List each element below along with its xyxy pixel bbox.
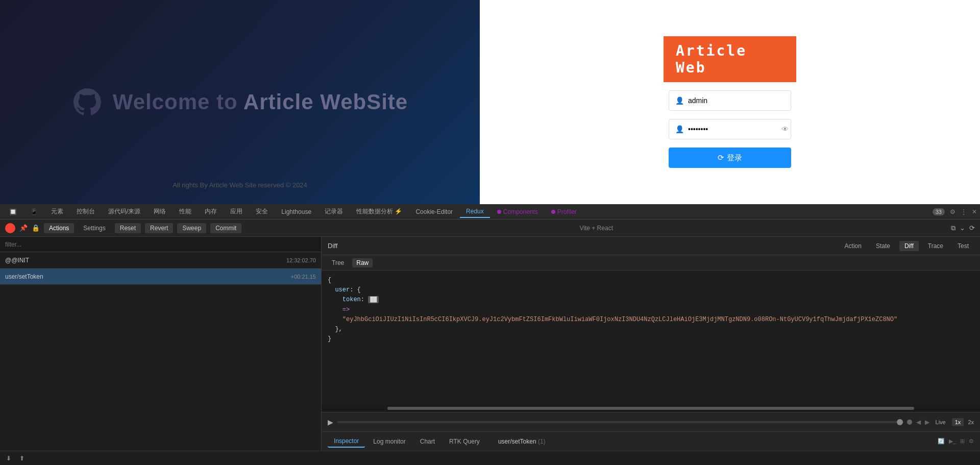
diff-trace-tab[interactable]: Trace (923, 241, 948, 251)
commit-button[interactable]: Commit (210, 223, 241, 233)
login-button[interactable]: ⟳ 登录 (669, 148, 791, 168)
timeline-track[interactable] (337, 421, 903, 423)
diff-header: Diff Action State Diff Trace Test (322, 237, 980, 255)
welcome-heading: Welcome to Article WebSite (113, 90, 408, 114)
chart-tab[interactable]: Chart (414, 436, 441, 447)
tab-console[interactable]: 控制台 (70, 205, 101, 218)
diff-diff-tab[interactable]: Diff (899, 241, 919, 251)
current-action-label: user/setToken (1) (498, 438, 546, 445)
tab-network[interactable]: 网络 (148, 205, 172, 218)
toggle-icon[interactable]: ⧉ (951, 224, 955, 232)
speed-2x-button[interactable]: 2x (968, 419, 974, 425)
tab-memory[interactable]: 内存 (199, 205, 223, 218)
diff-panel: Diff Action State Diff Trace Test Tree R… (322, 237, 980, 451)
diff-test-tab[interactable]: Test (952, 241, 974, 251)
speed-1x-button[interactable]: 1x (952, 418, 964, 426)
tab-perf-insights[interactable]: 性能数据分析 ⚡ (350, 205, 408, 218)
more-options-icon[interactable]: ⋮ (961, 208, 967, 215)
rtk-query-tab[interactable]: RTK Query (443, 436, 486, 447)
live-label: Live (934, 419, 948, 426)
refresh-icon[interactable]: 🔄 (938, 438, 945, 445)
diff-content: { user: { token: ██ => "eyJhbGciOiJIUzI1… (322, 271, 980, 405)
terminal-icon[interactable]: ▶_ (949, 438, 956, 445)
sweep-button[interactable]: Sweep (177, 223, 206, 233)
action-list: @@INIT 12:32:02.70 user/setToken +00:21.… (0, 252, 321, 451)
tree-raw-bar: Tree Raw (322, 255, 980, 271)
settings-icon[interactable]: ⚙ (950, 208, 955, 215)
bottom-toolbar: ▶ ◀ ▶ Live 1x 2x (322, 412, 980, 431)
pin-icon[interactable]: 📌 (19, 224, 28, 232)
redux-settings-tab[interactable]: Settings (78, 223, 110, 233)
github-logo-icon (72, 87, 103, 117)
toggle-password-icon[interactable]: 👁 (781, 125, 789, 133)
app-name-text: Vite + React (246, 225, 947, 232)
user-icon: 👤 (675, 96, 684, 105)
action-timestamp: 12:32:02.70 (286, 257, 316, 263)
tab-redux[interactable]: Redux (460, 206, 490, 218)
welcome-section: Welcome to Article WebSite (72, 87, 408, 117)
record-button[interactable] (5, 223, 15, 233)
tab-application[interactable]: 应用 (224, 205, 249, 218)
tree-tab[interactable]: Tree (328, 258, 348, 267)
action-timestamp: +00:21.15 (291, 274, 316, 280)
tab-profiler[interactable]: Profiler (545, 206, 583, 217)
play-button[interactable]: ▶ (328, 418, 333, 426)
welcome-panel: Welcome to Article WebSite All rights By… (0, 0, 480, 204)
log-monitor-tab[interactable]: Log monitor (367, 436, 411, 447)
actions-panel: @@INIT 12:32:02.70 user/setToken +00:21.… (0, 237, 322, 451)
lock-icon[interactable]: 🔒 (32, 224, 40, 232)
action-filter-input[interactable] (0, 237, 321, 252)
login-panel: Article Web 👤 👤 👁 ⟳ 登录 (480, 0, 980, 204)
diff-scrollbar[interactable] (322, 405, 980, 412)
redux-actions-tab[interactable]: Actions (44, 223, 74, 233)
reset-button[interactable]: Reset (115, 223, 141, 233)
login-card: Article Web 👤 👤 👁 ⟳ 登录 (664, 36, 796, 168)
grid-icon[interactable]: ⊞ (960, 438, 965, 445)
revert-button[interactable]: Revert (145, 223, 173, 233)
close-devtools-icon[interactable]: ✕ (972, 208, 977, 215)
more-icon[interactable]: ⟳ (969, 224, 975, 232)
action-item-init[interactable]: @@INIT 12:32:02.70 (0, 252, 321, 268)
devtools-tab-bar: 🔲 📱 元素 控制台 源代码/来源 网络 性能 内存 应用 安全 Lightho… (0, 204, 980, 219)
username-field[interactable]: 👤 (669, 90, 791, 111)
bottom-right-icons: 🔄 ▶_ ⊞ ⚙ (938, 438, 974, 445)
expand-icon[interactable]: ⌄ (960, 224, 965, 232)
timeline-indicator (907, 420, 912, 425)
username-input[interactable] (688, 96, 785, 105)
copyright-text: All rights By Article Web Site reserved … (173, 181, 307, 189)
diff-panel-title: Diff (328, 242, 836, 250)
tab-elements[interactable]: 元素 (45, 205, 69, 218)
upload-icon[interactable]: ⬆ (17, 454, 27, 463)
prev-action-button[interactable]: ◀ (916, 419, 921, 426)
raw-tab[interactable]: Raw (352, 258, 373, 267)
site-logo: Article Web (664, 36, 796, 82)
tab-select-element[interactable]: 🔲 (3, 206, 23, 217)
lock-icon: 👤 (675, 125, 684, 133)
action-name: user/setToken (5, 273, 43, 280)
tab-sources[interactable]: 源代码/来源 (102, 205, 146, 218)
tab-lighthouse[interactable]: Lighthouse (275, 206, 317, 217)
devtools-right-controls: 33 ⚙ ⋮ ✕ (933, 208, 977, 215)
download-icon[interactable]: ⬇ (4, 454, 13, 463)
inspector-tab[interactable]: Inspector (328, 435, 365, 448)
tab-recorder[interactable]: 记录器 (318, 205, 349, 218)
action-name: @@INIT (5, 257, 29, 264)
next-action-button[interactable]: ▶ (925, 419, 929, 426)
redux-toolbar: 📌 🔒 Actions Settings Reset Revert Sweep … (0, 219, 980, 237)
diff-state-tab[interactable]: State (871, 241, 895, 251)
tab-device-mode[interactable]: 📱 (24, 206, 44, 217)
actions-toolbar: ⬇ ⬆ (0, 451, 980, 465)
action-item-settoken[interactable]: user/setToken +00:21.15 (0, 268, 321, 285)
tab-components[interactable]: Components (491, 206, 544, 217)
tab-performance[interactable]: 性能 (173, 205, 198, 218)
diff-action-tab[interactable]: Action (840, 241, 867, 251)
inspector-bar: Inspector Log monitor Chart RTK Query us… (322, 431, 980, 451)
gear-icon[interactable]: ⚙ (969, 438, 974, 445)
devtools-panel: 🔲 📱 元素 控制台 源代码/来源 网络 性能 内存 应用 安全 Lightho… (0, 204, 980, 465)
password-input[interactable] (688, 125, 777, 133)
error-count-badge: 33 (933, 208, 945, 215)
redux-content: @@INIT 12:32:02.70 user/setToken +00:21.… (0, 237, 980, 451)
tab-security[interactable]: 安全 (250, 205, 274, 218)
tab-cookie-editor[interactable]: Cookie-Editor (409, 206, 459, 217)
password-field[interactable]: 👤 👁 (669, 119, 791, 139)
